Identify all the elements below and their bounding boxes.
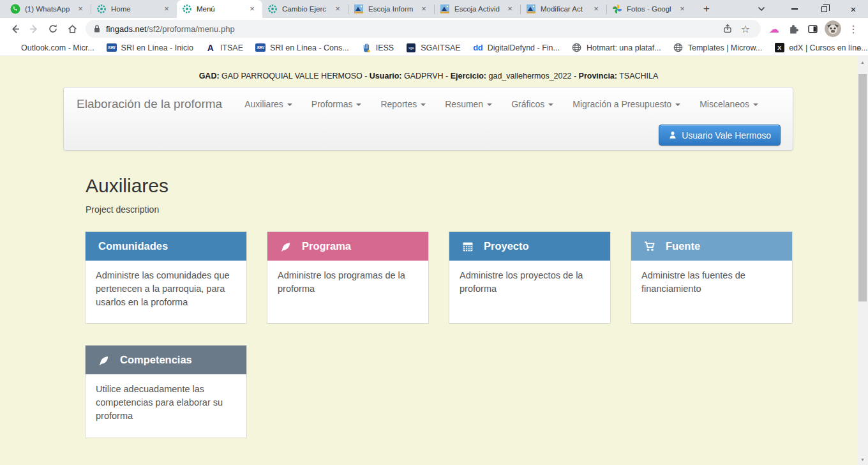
- tab-close-icon[interactable]: ×: [247, 4, 257, 14]
- tab-close-icon[interactable]: ×: [419, 4, 429, 14]
- browser-tab-menu-active[interactable]: Menú ×: [177, 0, 262, 18]
- address-bar[interactable]: fingads.net/sf2/proforma/menu.php ☆: [86, 20, 761, 38]
- nav-item-proformas[interactable]: Proformas: [302, 88, 371, 121]
- person-icon: [668, 130, 677, 140]
- sri-icon: SRI: [107, 43, 117, 52]
- nav-item-reportes[interactable]: Reportes: [371, 88, 435, 121]
- tab-close-icon[interactable]: ×: [505, 4, 515, 14]
- url-path: /sf2/proforma/menu.php: [147, 24, 235, 34]
- bookmark-star-icon[interactable]: ☆: [737, 20, 754, 38]
- card-proyecto[interactable]: Proyecto Administre los proyectos de la …: [449, 231, 611, 324]
- landscape-icon: [354, 4, 364, 14]
- tab-close-icon[interactable]: ×: [161, 4, 172, 14]
- gad-value: GAD PARROQUIAL VALLE HERMOSO: [220, 72, 363, 80]
- bookmark-sri-inicio[interactable]: SRI SRI en Línea - Inicio: [107, 43, 193, 53]
- profile-avatar[interactable]: [825, 20, 841, 37]
- tab-close-icon[interactable]: ×: [75, 4, 86, 14]
- nav-item-auxiliares[interactable]: Auxiliares: [235, 88, 302, 121]
- bookmark-hotmart[interactable]: Hotmart: una plataf...: [572, 43, 661, 53]
- share-icon[interactable]: [719, 20, 737, 38]
- card-header: Comunidades: [86, 232, 246, 261]
- microsoft-icon: [6, 43, 17, 53]
- caret-down-icon: [487, 103, 492, 106]
- bookmark-sgaitsae[interactable]: sga SGAITSAE: [406, 43, 461, 53]
- minimize-button[interactable]: [780, 0, 809, 18]
- google-photos-icon: [612, 4, 622, 14]
- close-window-button[interactable]: ×: [839, 0, 868, 18]
- extensions-puzzle-icon[interactable]: [784, 19, 803, 38]
- browser-tab-escoja-informacion[interactable]: Escoja Inform ×: [348, 0, 434, 18]
- card-title: Comunidades: [98, 240, 168, 252]
- gear-icon: [182, 4, 192, 14]
- browser-tab-fotos-google[interactable]: Fotos - Googl ×: [607, 0, 692, 18]
- bookmark-sri-consultas[interactable]: SRI SRI en Línea - Cons...: [255, 43, 349, 53]
- bookmarks-bar: Outlook.com - Micr... SRI SRI en Línea -…: [0, 40, 868, 56]
- tab-close-icon[interactable]: ×: [677, 4, 687, 14]
- restore-button[interactable]: [809, 0, 839, 18]
- browser-tab-whatsapp[interactable]: (1) WhatsApp ×: [5, 0, 91, 18]
- new-tab-button[interactable]: +: [698, 0, 715, 18]
- browser-toolbar: fingads.net/sf2/proforma/menu.php ☆ ☁ ⋮: [0, 18, 868, 40]
- card-programa[interactable]: Programa Administre los programas de la …: [267, 231, 429, 324]
- side-panel-icon[interactable]: [803, 19, 822, 38]
- home-button[interactable]: [63, 19, 82, 38]
- bookmark-digitaldefynd[interactable]: dd DigitalDefynd - Fin...: [473, 43, 560, 53]
- scroll-up-icon[interactable]: ▲: [857, 57, 868, 66]
- tab-close-icon[interactable]: ×: [591, 4, 601, 14]
- browser-menu-icon[interactable]: ⋮: [844, 19, 863, 38]
- bookmarks-overflow-icon[interactable]: »: [857, 43, 862, 53]
- card-fuente[interactable]: Fuente Administre las fuentes de financi…: [631, 231, 793, 324]
- cloud-extension-icon[interactable]: ☁: [765, 19, 784, 38]
- navbar-brand[interactable]: Elaboración de la proforma: [64, 97, 228, 111]
- tab-title: Escoja Inform: [368, 5, 414, 13]
- hand-icon: [361, 43, 371, 53]
- bookmark-outlook[interactable]: Outlook.com - Micr...: [6, 43, 94, 53]
- user-button-label: Usuario Vale Hermoso: [682, 130, 771, 141]
- card-header: Proyecto: [449, 232, 610, 261]
- page-title: Auxiliares: [86, 175, 168, 197]
- browser-tab-modificar-actividad[interactable]: Modificar Act ×: [521, 0, 606, 18]
- tab-search-chevron-icon[interactable]: [751, 0, 772, 18]
- browser-tab-escoja-actividad[interactable]: Escoja Activid ×: [435, 0, 520, 18]
- back-button[interactable]: [5, 19, 24, 38]
- scrollbar-thumb[interactable]: [858, 74, 867, 301]
- browser-tab-cambio-ejercicio[interactable]: Cambio Ejerc ×: [262, 0, 348, 18]
- bookmark-templates[interactable]: Templates | Microw...: [673, 43, 762, 53]
- cards-row-1: Comunidades Administre las comunidades q…: [85, 231, 793, 324]
- user-button[interactable]: Usuario Vale Hermoso: [659, 125, 781, 146]
- bookmark-iess[interactable]: IESS: [361, 43, 394, 53]
- browser-tab-home[interactable]: Home ×: [91, 0, 177, 18]
- bookmark-edx[interactable]: X edX | Cursos en líne...: [774, 43, 867, 53]
- card-description: Administre los proyectos de la proforma: [449, 261, 610, 304]
- nav-item-graficos[interactable]: Gráficos: [502, 88, 563, 121]
- cart-icon: [644, 241, 655, 252]
- tab-title: Cambio Ejerc: [282, 5, 328, 13]
- gear-icon: [267, 4, 278, 14]
- caret-down-icon: [421, 103, 426, 106]
- exercise-label: Ejercicio:: [451, 72, 486, 80]
- cards-row-2: Competencias Utilice adecuadamente las c…: [85, 345, 247, 438]
- minimize-icon: [791, 8, 798, 9]
- reload-button[interactable]: [43, 19, 63, 38]
- tabs-container: (1) WhatsApp × Home × Menú ×: [0, 0, 715, 18]
- landscape-icon: [526, 4, 536, 14]
- context-bar: GAD: GAD PARROQUIAL VALLE HERMOSO - Usua…: [0, 72, 857, 80]
- nav-item-migracion[interactable]: Migración a Presupuesto: [563, 88, 690, 121]
- globe-icon: [673, 43, 684, 53]
- forward-button[interactable]: [24, 19, 43, 38]
- sga-icon: sga: [407, 43, 415, 52]
- card-header: Fuente: [631, 232, 792, 261]
- caret-down-icon: [356, 103, 361, 106]
- edx-icon: X: [775, 43, 784, 52]
- card-comunidades[interactable]: Comunidades Administre las comunidades q…: [85, 231, 247, 324]
- tab-close-icon[interactable]: ×: [333, 4, 343, 14]
- bookmark-itsae[interactable]: A ITSAE: [206, 43, 243, 53]
- caret-down-icon: [675, 103, 680, 106]
- card-competencias[interactable]: Competencias Utilice adecuadamente las c…: [85, 345, 247, 438]
- nav-item-miscelaneos[interactable]: Miscelaneos: [690, 88, 768, 121]
- itsae-icon: A: [206, 43, 216, 53]
- card-description: Utilice adecuadamente las competencias p…: [86, 374, 246, 431]
- scroll-down-icon[interactable]: ▼: [857, 455, 868, 464]
- nav-item-resumen[interactable]: Resumen: [435, 88, 502, 121]
- vertical-scrollbar[interactable]: ▲ ▼: [857, 56, 868, 465]
